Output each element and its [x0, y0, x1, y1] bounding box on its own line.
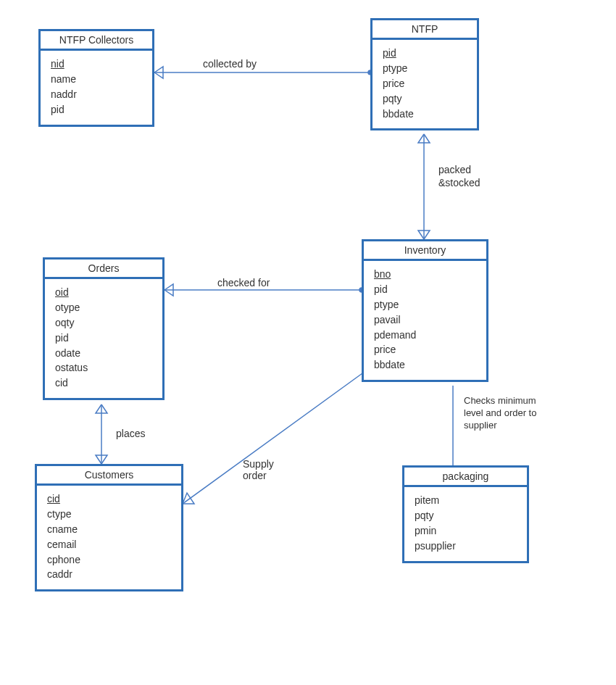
rel-places: places: [116, 428, 145, 439]
rel-packed-stocked-1: packed: [438, 164, 471, 175]
entity-attrs: oid otype oqty pid odate ostatus cid: [45, 279, 162, 398]
entity-ntfp: NTFP pid ptype price pqty bbdate: [370, 18, 479, 130]
entity-attrs: bno pid ptype pavail pdemand price bbdat…: [364, 261, 486, 380]
attr: bbdate: [383, 107, 467, 122]
entity-attrs: pid ptype price pqty bbdate: [372, 40, 477, 128]
entity-ntfp-collectors: NTFP Collectors nid name naddr pid: [38, 29, 154, 127]
attr: ptype: [383, 61, 467, 76]
attr: caddr: [47, 567, 171, 582]
attr: cemail: [47, 537, 171, 552]
attr: price: [383, 76, 467, 91]
er-diagram-canvas: NTFP Collectors nid name naddr pid NTFP …: [0, 0, 616, 685]
attr: cphone: [47, 552, 171, 568]
attr: odate: [55, 346, 152, 361]
attr: cid: [47, 491, 171, 507]
entity-customers: Customers cid ctype cname cemail cphone …: [35, 464, 183, 591]
entity-title: Inventory: [364, 241, 486, 261]
attr: naddr: [51, 87, 142, 102]
attr: oid: [55, 285, 152, 300]
rel-checked-for: checked for: [217, 277, 270, 288]
attr: cname: [47, 522, 171, 537]
attr: ostatus: [55, 360, 152, 375]
attr: ptype: [374, 297, 476, 312]
attr: name: [51, 72, 142, 87]
entity-inventory: Inventory bno pid ptype pavail pdemand p…: [362, 239, 488, 382]
attr: pqty: [383, 91, 467, 107]
attr: price: [374, 342, 476, 357]
entity-title: Customers: [37, 466, 181, 486]
attr: pid: [51, 102, 142, 117]
entity-orders: Orders oid otype oqty pid odate ostatus …: [43, 257, 165, 400]
attr: pitem: [415, 493, 517, 508]
attr: otype: [55, 300, 152, 315]
attr: oqty: [55, 315, 152, 331]
attr: pavail: [374, 312, 476, 328]
attr: ctype: [47, 507, 171, 522]
entity-title: NTFP Collectors: [41, 31, 152, 51]
attr: cid: [55, 375, 152, 391]
attr: pdemand: [374, 328, 476, 343]
attr: pmin: [415, 523, 517, 539]
rel-collected-by: collected by: [203, 58, 257, 70]
entity-title: Orders: [45, 260, 162, 279]
attr: bno: [374, 267, 476, 282]
attr: pid: [55, 331, 152, 346]
attr: pid: [383, 46, 467, 61]
attr: bbdate: [374, 357, 476, 373]
entity-attrs: pitem pqty pmin psupplier: [404, 487, 527, 561]
entity-attrs: cid ctype cname cemail cphone caddr: [37, 486, 181, 589]
attr: nid: [51, 57, 142, 72]
rel-checks-min-3: supplier: [464, 420, 497, 431]
entity-packaging: packaging pitem pqty pmin psupplier: [402, 465, 529, 563]
rel-checks-min-1: Checks minimum: [464, 395, 536, 406]
entity-title: packaging: [404, 468, 527, 487]
rel-supply-order: Supply order: [243, 458, 274, 481]
rel-checks-min-2: level and order to: [464, 407, 536, 418]
entity-attrs: nid name naddr pid: [41, 51, 152, 125]
attr: pqty: [415, 508, 517, 523]
rel-packed-stocked-2: &stocked: [438, 177, 480, 188]
attr: psupplier: [415, 539, 517, 554]
svg-line-6: [183, 373, 362, 504]
entity-title: NTFP: [372, 20, 477, 40]
attr: pid: [374, 282, 476, 297]
